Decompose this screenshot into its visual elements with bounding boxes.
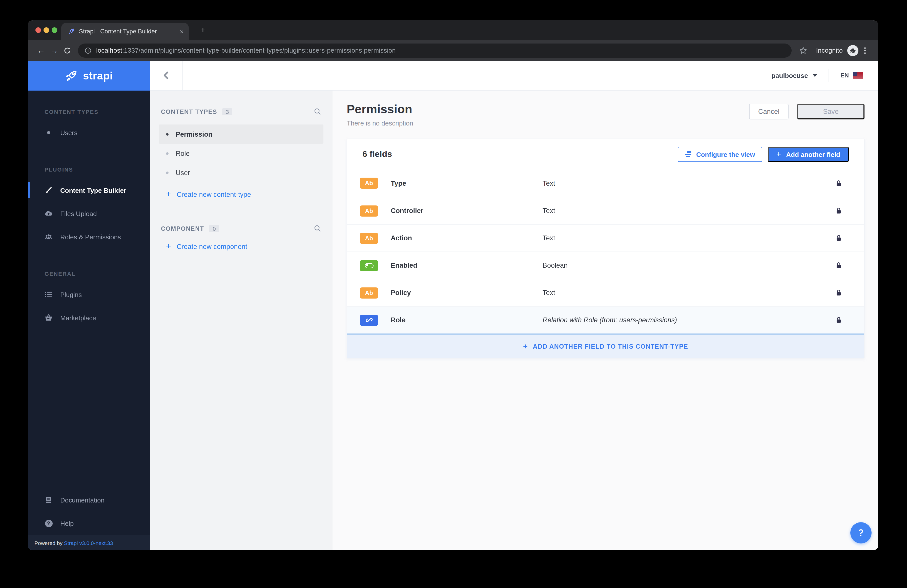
- question-circle-icon: [45, 519, 53, 527]
- fields-card-header: 6 fields Configure the view Add another …: [347, 139, 864, 170]
- app-header: strapi paulbocuse EN: [28, 61, 878, 91]
- table-row[interactable]: Role Relation with Role (from: users-per…: [347, 306, 864, 333]
- plus-icon: [776, 150, 781, 159]
- new-tab-button[interactable]: [197, 24, 209, 37]
- back-button[interactable]: [34, 44, 48, 57]
- table-row[interactable]: Ab Policy Text: [347, 279, 864, 306]
- browser-window: Strapi - Content Type Builder localhost:…: [28, 20, 878, 550]
- bookmark-star-icon[interactable]: [796, 44, 810, 57]
- lock-icon: [835, 262, 842, 269]
- cloud-upload-icon: [45, 210, 53, 218]
- add-another-field-button[interactable]: Add another field: [768, 147, 849, 162]
- table-row[interactable]: Ab Action Text: [347, 224, 864, 252]
- boolean-field-icon: [360, 260, 378, 271]
- text-field-icon: Ab: [360, 287, 378, 298]
- info-icon[interactable]: [85, 47, 91, 54]
- us-flag-icon: [853, 72, 863, 79]
- locale-picker[interactable]: EN: [840, 72, 863, 79]
- sidebar-item-label: Roles & Permissions: [60, 233, 121, 240]
- close-tab-icon[interactable]: [180, 27, 184, 35]
- incognito-icon: [847, 45, 858, 56]
- cancel-button[interactable]: Cancel: [749, 104, 788, 119]
- sidebar-item-help[interactable]: Help: [28, 511, 150, 535]
- strapi-version-link[interactable]: Strapi v3.0.0-next.33: [64, 540, 113, 546]
- username: paulbocuse: [771, 72, 808, 79]
- add-field-footer-label: ADD ANOTHER FIELD TO THIS CONTENT-TYPE: [533, 343, 688, 350]
- create-component-link[interactable]: Create new component: [166, 241, 333, 252]
- configure-view-button[interactable]: Configure the view: [678, 147, 762, 162]
- field-name: Policy: [391, 289, 543, 296]
- paintbrush-icon: [45, 186, 53, 194]
- field-type: Text: [543, 207, 835, 215]
- page-subtitle: There is no description: [347, 119, 413, 127]
- sidebar-item-label: Files Upload: [60, 210, 97, 217]
- text-field-icon: Ab: [360, 232, 378, 244]
- table-row[interactable]: Ab Controller Text: [347, 197, 864, 224]
- book-icon: [45, 496, 53, 504]
- powered-by: Powered by Strapi v3.0.0-next.33: [28, 535, 150, 550]
- create-content-type-link[interactable]: Create new content-type: [166, 189, 333, 199]
- sidebar-item-plugins[interactable]: Plugins: [28, 283, 150, 306]
- sidebar-footer: Documentation Help Powered by Strapi v3.…: [28, 488, 150, 550]
- users-group-icon: [45, 233, 53, 241]
- content-type-label: Permission: [176, 130, 213, 138]
- main-sidebar: CONTENT TYPES Users PLUGINS Content Type…: [28, 91, 150, 550]
- content-type-item-role[interactable]: Role: [159, 144, 324, 163]
- component-header: COMPONENT 0: [161, 225, 321, 232]
- browser-tabstrip: Strapi - Content Type Builder: [28, 20, 878, 40]
- sidebar-item-label: Marketplace: [60, 314, 96, 322]
- sidebar-item-marketplace[interactable]: Marketplace: [28, 306, 150, 329]
- section-label-plugins: PLUGINS: [28, 167, 150, 173]
- save-button[interactable]: Save: [797, 104, 864, 119]
- content-types-header: CONTENT TYPES 3: [161, 108, 321, 115]
- powered-by-prefix: Powered by: [34, 540, 64, 546]
- component-label: COMPONENT: [161, 225, 204, 232]
- text-field-icon: Ab: [360, 178, 378, 189]
- content-type-item-user[interactable]: User: [159, 163, 324, 182]
- browser-menu-icon[interactable]: [858, 44, 872, 57]
- sidebar-item-roles-permissions[interactable]: Roles & Permissions: [28, 225, 150, 248]
- minimize-window-button[interactable]: [43, 27, 49, 33]
- maximize-window-button[interactable]: [51, 27, 57, 33]
- sidebar-item-files-upload[interactable]: Files Upload: [28, 202, 150, 225]
- table-row[interactable]: Enabled Boolean: [347, 252, 864, 279]
- strapi-logo[interactable]: strapi: [28, 61, 150, 91]
- sidebar-item-documentation[interactable]: Documentation: [28, 488, 150, 511]
- section-label-general: GENERAL: [28, 271, 150, 277]
- reload-button[interactable]: [61, 44, 74, 57]
- rocket-icon: [65, 69, 78, 82]
- close-window-button[interactable]: [35, 27, 41, 33]
- header-bar: paulbocuse EN: [150, 61, 878, 91]
- chevron-down-icon: [812, 74, 818, 77]
- sidebar-item-users[interactable]: Users: [28, 121, 150, 144]
- component-count-badge: 0: [209, 225, 219, 232]
- sidebar-item-content-type-builder[interactable]: Content Type Builder: [28, 179, 150, 202]
- address-bar[interactable]: localhost:1337/admin/plugins/content-typ…: [78, 43, 792, 58]
- search-icon[interactable]: [314, 225, 321, 232]
- brand-name: strapi: [83, 70, 113, 82]
- sidebar-item-label: Documentation: [60, 496, 104, 504]
- dot-icon: [166, 133, 168, 135]
- add-field-footer-button[interactable]: ADD ANOTHER FIELD TO THIS CONTENT-TYPE: [347, 333, 864, 358]
- sidebar-item-label: Users: [60, 129, 77, 136]
- field-type: Text: [543, 289, 835, 296]
- lock-icon: [835, 316, 842, 324]
- content-type-item-permission[interactable]: Permission: [159, 125, 324, 144]
- forward-button[interactable]: [48, 44, 61, 57]
- field-name: Action: [391, 234, 543, 242]
- field-type: Text: [543, 179, 835, 187]
- content-types-label: CONTENT TYPES: [161, 108, 217, 115]
- dot-icon: [166, 171, 168, 174]
- plus-icon: [523, 342, 528, 351]
- back-chevron-button[interactable]: [150, 61, 182, 90]
- help-fab-button[interactable]: ?: [850, 522, 872, 543]
- incognito-label: Incognito: [816, 46, 843, 54]
- text-field-icon: Ab: [360, 205, 378, 216]
- search-icon[interactable]: [314, 108, 321, 115]
- browser-tab[interactable]: Strapi - Content Type Builder: [61, 23, 189, 40]
- fields-card: 6 fields Configure the view Add another …: [347, 139, 864, 358]
- user-menu[interactable]: paulbocuse: [771, 72, 818, 79]
- tab-title: Strapi - Content Type Builder: [79, 28, 176, 35]
- strapi-app: strapi paulbocuse EN: [28, 61, 878, 550]
- table-row[interactable]: Ab Type Text: [347, 170, 864, 197]
